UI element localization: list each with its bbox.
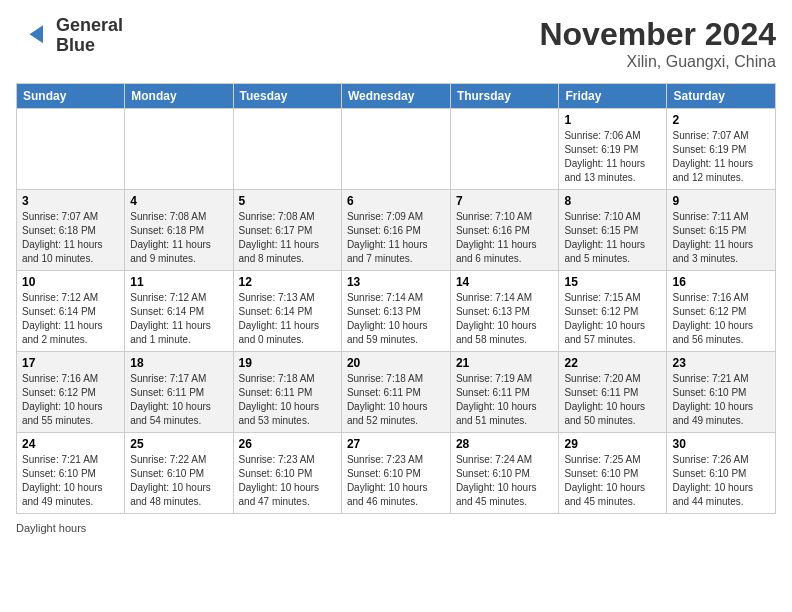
calendar-cell: 23Sunrise: 7:21 AMSunset: 6:10 PMDayligh… <box>667 352 776 433</box>
calendar-cell <box>125 109 233 190</box>
calendar-dow-sunday: Sunday <box>17 84 125 109</box>
day-number: 22 <box>564 356 661 370</box>
day-number: 14 <box>456 275 554 289</box>
day-info: Sunrise: 7:22 AMSunset: 6:10 PMDaylight:… <box>130 453 227 509</box>
calendar-cell: 20Sunrise: 7:18 AMSunset: 6:11 PMDayligh… <box>341 352 450 433</box>
day-info: Sunrise: 7:25 AMSunset: 6:10 PMDaylight:… <box>564 453 661 509</box>
day-number: 16 <box>672 275 770 289</box>
calendar-cell: 11Sunrise: 7:12 AMSunset: 6:14 PMDayligh… <box>125 271 233 352</box>
month-title: November 2024 <box>539 16 776 53</box>
calendar-cell: 22Sunrise: 7:20 AMSunset: 6:11 PMDayligh… <box>559 352 667 433</box>
calendar-table: SundayMondayTuesdayWednesdayThursdayFrid… <box>16 83 776 514</box>
calendar-cell: 19Sunrise: 7:18 AMSunset: 6:11 PMDayligh… <box>233 352 341 433</box>
calendar-cell: 24Sunrise: 7:21 AMSunset: 6:10 PMDayligh… <box>17 433 125 514</box>
day-number: 10 <box>22 275 119 289</box>
day-info: Sunrise: 7:21 AMSunset: 6:10 PMDaylight:… <box>672 372 770 428</box>
calendar-week-row: 24Sunrise: 7:21 AMSunset: 6:10 PMDayligh… <box>17 433 776 514</box>
day-number: 29 <box>564 437 661 451</box>
calendar-week-row: 1Sunrise: 7:06 AMSunset: 6:19 PMDaylight… <box>17 109 776 190</box>
calendar-dow-saturday: Saturday <box>667 84 776 109</box>
day-number: 15 <box>564 275 661 289</box>
day-info: Sunrise: 7:15 AMSunset: 6:12 PMDaylight:… <box>564 291 661 347</box>
calendar-cell: 12Sunrise: 7:13 AMSunset: 6:14 PMDayligh… <box>233 271 341 352</box>
logo-icon <box>16 18 52 54</box>
calendar-cell <box>341 109 450 190</box>
calendar-cell: 28Sunrise: 7:24 AMSunset: 6:10 PMDayligh… <box>450 433 559 514</box>
day-info: Sunrise: 7:19 AMSunset: 6:11 PMDaylight:… <box>456 372 554 428</box>
day-info: Sunrise: 7:16 AMSunset: 6:12 PMDaylight:… <box>22 372 119 428</box>
day-number: 4 <box>130 194 227 208</box>
day-info: Sunrise: 7:23 AMSunset: 6:10 PMDaylight:… <box>347 453 445 509</box>
calendar-dow-friday: Friday <box>559 84 667 109</box>
calendar-cell: 26Sunrise: 7:23 AMSunset: 6:10 PMDayligh… <box>233 433 341 514</box>
calendar-cell: 1Sunrise: 7:06 AMSunset: 6:19 PMDaylight… <box>559 109 667 190</box>
page-header: General Blue November 2024 Xilin, Guangx… <box>16 16 776 71</box>
day-info: Sunrise: 7:08 AMSunset: 6:18 PMDaylight:… <box>130 210 227 266</box>
day-info: Sunrise: 7:14 AMSunset: 6:13 PMDaylight:… <box>456 291 554 347</box>
day-number: 28 <box>456 437 554 451</box>
calendar-week-row: 3Sunrise: 7:07 AMSunset: 6:18 PMDaylight… <box>17 190 776 271</box>
day-number: 18 <box>130 356 227 370</box>
day-info: Sunrise: 7:26 AMSunset: 6:10 PMDaylight:… <box>672 453 770 509</box>
day-info: Sunrise: 7:18 AMSunset: 6:11 PMDaylight:… <box>239 372 336 428</box>
day-info: Sunrise: 7:11 AMSunset: 6:15 PMDaylight:… <box>672 210 770 266</box>
calendar-cell: 10Sunrise: 7:12 AMSunset: 6:14 PMDayligh… <box>17 271 125 352</box>
day-info: Sunrise: 7:16 AMSunset: 6:12 PMDaylight:… <box>672 291 770 347</box>
calendar-cell: 6Sunrise: 7:09 AMSunset: 6:16 PMDaylight… <box>341 190 450 271</box>
calendar-cell: 21Sunrise: 7:19 AMSunset: 6:11 PMDayligh… <box>450 352 559 433</box>
calendar-cell: 27Sunrise: 7:23 AMSunset: 6:10 PMDayligh… <box>341 433 450 514</box>
day-number: 21 <box>456 356 554 370</box>
title-block: November 2024 Xilin, Guangxi, China <box>539 16 776 71</box>
day-info: Sunrise: 7:12 AMSunset: 6:14 PMDaylight:… <box>22 291 119 347</box>
day-number: 2 <box>672 113 770 127</box>
day-number: 6 <box>347 194 445 208</box>
day-number: 23 <box>672 356 770 370</box>
day-number: 24 <box>22 437 119 451</box>
logo-line1: General <box>56 16 123 36</box>
day-number: 11 <box>130 275 227 289</box>
calendar-cell <box>17 109 125 190</box>
footer-note: Daylight hours <box>16 522 776 534</box>
calendar-cell: 8Sunrise: 7:10 AMSunset: 6:15 PMDaylight… <box>559 190 667 271</box>
svg-marker-0 <box>30 25 44 43</box>
calendar-week-row: 17Sunrise: 7:16 AMSunset: 6:12 PMDayligh… <box>17 352 776 433</box>
day-number: 9 <box>672 194 770 208</box>
day-info: Sunrise: 7:14 AMSunset: 6:13 PMDaylight:… <box>347 291 445 347</box>
logo: General Blue <box>16 16 123 56</box>
calendar-dow-monday: Monday <box>125 84 233 109</box>
logo-text: General Blue <box>56 16 123 56</box>
calendar-cell: 25Sunrise: 7:22 AMSunset: 6:10 PMDayligh… <box>125 433 233 514</box>
day-number: 1 <box>564 113 661 127</box>
day-number: 5 <box>239 194 336 208</box>
calendar-cell: 17Sunrise: 7:16 AMSunset: 6:12 PMDayligh… <box>17 352 125 433</box>
day-number: 8 <box>564 194 661 208</box>
calendar-cell: 3Sunrise: 7:07 AMSunset: 6:18 PMDaylight… <box>17 190 125 271</box>
day-number: 25 <box>130 437 227 451</box>
day-number: 3 <box>22 194 119 208</box>
day-number: 20 <box>347 356 445 370</box>
day-info: Sunrise: 7:23 AMSunset: 6:10 PMDaylight:… <box>239 453 336 509</box>
day-info: Sunrise: 7:12 AMSunset: 6:14 PMDaylight:… <box>130 291 227 347</box>
day-info: Sunrise: 7:17 AMSunset: 6:11 PMDaylight:… <box>130 372 227 428</box>
day-number: 27 <box>347 437 445 451</box>
day-info: Sunrise: 7:10 AMSunset: 6:15 PMDaylight:… <box>564 210 661 266</box>
day-number: 26 <box>239 437 336 451</box>
day-number: 19 <box>239 356 336 370</box>
calendar-cell: 4Sunrise: 7:08 AMSunset: 6:18 PMDaylight… <box>125 190 233 271</box>
day-info: Sunrise: 7:13 AMSunset: 6:14 PMDaylight:… <box>239 291 336 347</box>
day-info: Sunrise: 7:20 AMSunset: 6:11 PMDaylight:… <box>564 372 661 428</box>
day-info: Sunrise: 7:18 AMSunset: 6:11 PMDaylight:… <box>347 372 445 428</box>
calendar-dow-tuesday: Tuesday <box>233 84 341 109</box>
calendar-cell: 14Sunrise: 7:14 AMSunset: 6:13 PMDayligh… <box>450 271 559 352</box>
day-info: Sunrise: 7:06 AMSunset: 6:19 PMDaylight:… <box>564 129 661 185</box>
calendar-cell <box>233 109 341 190</box>
day-info: Sunrise: 7:10 AMSunset: 6:16 PMDaylight:… <box>456 210 554 266</box>
calendar-cell: 30Sunrise: 7:26 AMSunset: 6:10 PMDayligh… <box>667 433 776 514</box>
daylight-hours-label: Daylight hours <box>16 522 86 534</box>
day-info: Sunrise: 7:09 AMSunset: 6:16 PMDaylight:… <box>347 210 445 266</box>
day-info: Sunrise: 7:07 AMSunset: 6:19 PMDaylight:… <box>672 129 770 185</box>
day-info: Sunrise: 7:21 AMSunset: 6:10 PMDaylight:… <box>22 453 119 509</box>
day-info: Sunrise: 7:24 AMSunset: 6:10 PMDaylight:… <box>456 453 554 509</box>
calendar-week-row: 10Sunrise: 7:12 AMSunset: 6:14 PMDayligh… <box>17 271 776 352</box>
calendar-cell: 13Sunrise: 7:14 AMSunset: 6:13 PMDayligh… <box>341 271 450 352</box>
